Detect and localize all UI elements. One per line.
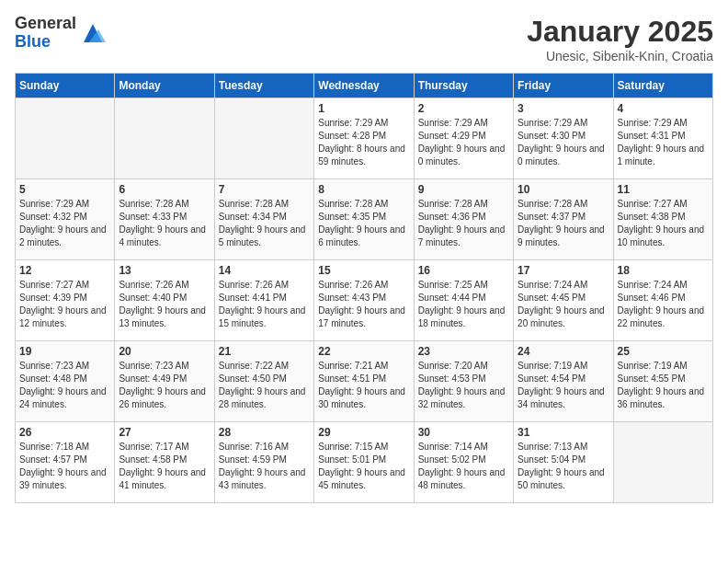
cell-line: Sunset: 4:38 PM [618, 211, 709, 224]
cell-line: Daylight: 9 hours and 7 minutes. [418, 224, 509, 249]
cell-line: Sunrise: 7:13 AM [518, 441, 609, 454]
cell-content: Sunrise: 7:29 AMSunset: 4:32 PMDaylight:… [19, 198, 110, 249]
calendar-week-row: 12Sunrise: 7:27 AMSunset: 4:39 PMDayligh… [16, 260, 713, 341]
cell-content: Sunrise: 7:27 AMSunset: 4:38 PMDaylight:… [618, 198, 709, 249]
calendar-cell: 28Sunrise: 7:16 AMSunset: 4:59 PMDayligh… [214, 422, 313, 503]
cell-content: Sunrise: 7:19 AMSunset: 4:55 PMDaylight:… [618, 360, 709, 411]
cell-line: Sunset: 4:33 PM [119, 211, 210, 224]
cell-line: Sunset: 4:45 PM [518, 292, 609, 304]
calendar-cell: 17Sunrise: 7:24 AMSunset: 4:45 PMDayligh… [514, 260, 613, 341]
cell-content: Sunrise: 7:26 AMSunset: 4:40 PMDaylight:… [119, 279, 210, 330]
cell-line: Sunset: 4:54 PM [518, 373, 609, 385]
logo: General Blue [15, 15, 106, 52]
day-number: 23 [418, 345, 509, 358]
calendar-cell [115, 98, 214, 179]
calendar-week-row: 1Sunrise: 7:29 AMSunset: 4:28 PMDaylight… [16, 98, 713, 179]
cell-line: Daylight: 9 hours and 9 minutes. [518, 224, 609, 249]
cell-content: Sunrise: 7:29 AMSunset: 4:29 PMDaylight:… [418, 117, 509, 168]
calendar-cell [16, 98, 115, 179]
cell-content: Sunrise: 7:21 AMSunset: 4:51 PMDaylight:… [318, 360, 409, 411]
cell-content: Sunrise: 7:29 AMSunset: 4:30 PMDaylight:… [518, 117, 609, 168]
cell-line: Daylight: 9 hours and 1 minute. [618, 143, 709, 168]
calendar-cell: 18Sunrise: 7:24 AMSunset: 4:46 PMDayligh… [613, 260, 712, 341]
cell-line: Daylight: 9 hours and 0 minutes. [518, 143, 609, 168]
calendar-cell: 24Sunrise: 7:19 AMSunset: 4:54 PMDayligh… [514, 341, 613, 422]
cell-line: Sunset: 4:53 PM [418, 373, 509, 385]
cell-content: Sunrise: 7:27 AMSunset: 4:39 PMDaylight:… [19, 279, 110, 330]
weekday-header: Monday [115, 74, 214, 98]
cell-content: Sunrise: 7:24 AMSunset: 4:45 PMDaylight:… [518, 279, 609, 330]
title-block: January 2025 Unesic, Sibenik-Knin, Croat… [527, 15, 713, 63]
page-header: General Blue January 2025 Unesic, Sibeni… [15, 15, 713, 63]
day-number: 28 [219, 426, 310, 439]
day-number: 1 [318, 102, 409, 115]
cell-line: Daylight: 9 hours and 43 minutes. [219, 466, 310, 492]
day-number: 15 [318, 264, 409, 277]
day-number: 11 [618, 183, 709, 196]
day-number: 4 [618, 102, 709, 115]
cell-line: Sunset: 4:34 PM [219, 211, 310, 224]
logo-general-text: General [15, 15, 76, 33]
cell-line: Sunset: 4:44 PM [418, 292, 509, 304]
cell-line: Sunset: 4:55 PM [618, 373, 709, 385]
weekday-header: Friday [514, 74, 613, 98]
cell-line: Daylight: 9 hours and 24 minutes. [19, 385, 110, 411]
cell-line: Daylight: 9 hours and 2 minutes. [19, 224, 110, 249]
calendar-week-row: 26Sunrise: 7:18 AMSunset: 4:57 PMDayligh… [16, 422, 713, 503]
cell-line: Sunset: 4:59 PM [219, 454, 310, 466]
weekday-header: Tuesday [214, 74, 313, 98]
cell-line: Sunrise: 7:28 AM [418, 198, 509, 211]
day-number: 27 [119, 426, 210, 439]
weekday-header: Sunday [16, 74, 115, 98]
calendar-table: SundayMondayTuesdayWednesdayThursdayFrid… [15, 73, 713, 503]
day-number: 9 [418, 183, 509, 196]
cell-line: Sunset: 4:32 PM [19, 211, 110, 224]
day-number: 12 [19, 264, 110, 277]
cell-content: Sunrise: 7:14 AMSunset: 5:02 PMDaylight:… [418, 441, 509, 492]
cell-line: Sunset: 4:49 PM [119, 373, 210, 385]
calendar-cell: 3Sunrise: 7:29 AMSunset: 4:30 PMDaylight… [514, 98, 613, 179]
calendar-cell: 13Sunrise: 7:26 AMSunset: 4:40 PMDayligh… [115, 260, 214, 341]
day-number: 24 [518, 345, 609, 358]
location-title: Unesic, Sibenik-Knin, Croatia [527, 49, 713, 63]
day-number: 5 [19, 183, 110, 196]
calendar-cell [214, 98, 313, 179]
cell-line: Daylight: 9 hours and 6 minutes. [318, 224, 409, 249]
calendar-cell: 2Sunrise: 7:29 AMSunset: 4:29 PMDaylight… [414, 98, 513, 179]
cell-line: Daylight: 9 hours and 28 minutes. [219, 385, 310, 411]
cell-content: Sunrise: 7:28 AMSunset: 4:35 PMDaylight:… [318, 198, 409, 249]
cell-line: Sunset: 4:29 PM [418, 130, 509, 143]
cell-line: Daylight: 9 hours and 0 minutes. [418, 143, 509, 168]
cell-line: Sunrise: 7:26 AM [219, 279, 310, 292]
cell-line: Sunset: 4:41 PM [219, 292, 310, 304]
day-number: 30 [418, 426, 509, 439]
cell-content: Sunrise: 7:28 AMSunset: 4:33 PMDaylight:… [119, 198, 210, 249]
day-number: 6 [119, 183, 210, 196]
cell-line: Sunset: 5:02 PM [418, 454, 509, 466]
calendar-cell: 29Sunrise: 7:15 AMSunset: 5:01 PMDayligh… [314, 422, 414, 503]
cell-line: Sunrise: 7:29 AM [618, 117, 709, 130]
cell-line: Daylight: 9 hours and 36 minutes. [618, 385, 709, 411]
cell-line: Sunset: 4:48 PM [19, 373, 110, 385]
calendar-cell: 22Sunrise: 7:21 AMSunset: 4:51 PMDayligh… [314, 341, 414, 422]
cell-line: Sunrise: 7:15 AM [318, 441, 409, 454]
cell-line: Sunrise: 7:28 AM [518, 198, 609, 211]
calendar-cell: 10Sunrise: 7:28 AMSunset: 4:37 PMDayligh… [514, 179, 613, 260]
cell-content: Sunrise: 7:15 AMSunset: 5:01 PMDaylight:… [318, 441, 409, 492]
calendar-cell: 14Sunrise: 7:26 AMSunset: 4:41 PMDayligh… [214, 260, 313, 341]
day-number: 17 [518, 264, 609, 277]
cell-line: Sunrise: 7:26 AM [119, 279, 210, 292]
cell-line: Sunrise: 7:21 AM [318, 360, 409, 373]
cell-line: Daylight: 9 hours and 39 minutes. [19, 466, 110, 492]
cell-line: Sunrise: 7:29 AM [19, 198, 110, 211]
calendar-cell: 23Sunrise: 7:20 AMSunset: 4:53 PMDayligh… [414, 341, 513, 422]
day-number: 10 [518, 183, 609, 196]
cell-line: Daylight: 9 hours and 5 minutes. [219, 224, 310, 249]
cell-line: Sunset: 4:35 PM [318, 211, 409, 224]
cell-line: Sunset: 4:28 PM [318, 130, 409, 143]
cell-line: Daylight: 9 hours and 41 minutes. [119, 466, 210, 492]
cell-content: Sunrise: 7:24 AMSunset: 4:46 PMDaylight:… [618, 279, 709, 330]
calendar-cell: 16Sunrise: 7:25 AMSunset: 4:44 PMDayligh… [414, 260, 513, 341]
day-number: 2 [418, 102, 509, 115]
cell-line: Sunrise: 7:28 AM [119, 198, 210, 211]
